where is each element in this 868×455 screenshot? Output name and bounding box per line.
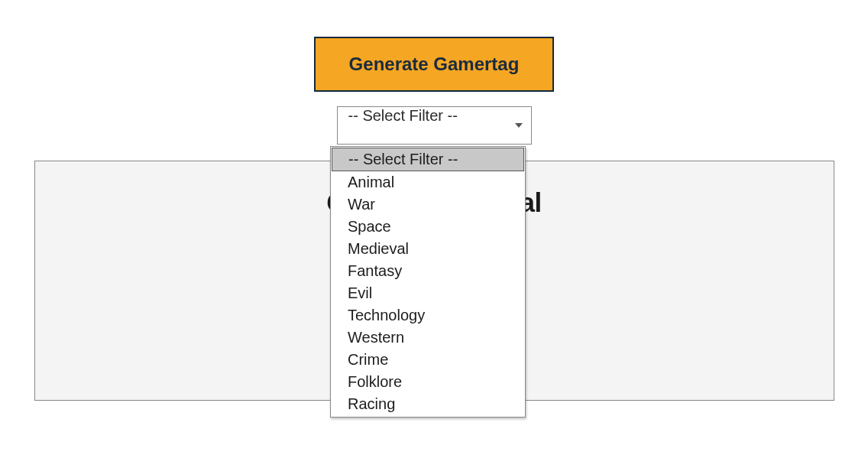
filter-option[interactable]: Animal — [331, 171, 525, 193]
filter-option[interactable]: Folklore — [331, 371, 525, 393]
filter-select-wrapper: -- Select Filter -- — [337, 106, 532, 145]
filter-option[interactable]: -- Select Filter -- — [332, 148, 524, 171]
filter-option[interactable]: Evil — [331, 282, 525, 304]
filter-select[interactable]: -- Select Filter -- — [337, 106, 532, 145]
filter-option[interactable]: Space — [331, 216, 525, 238]
filter-option[interactable]: Racing — [331, 393, 525, 415]
filter-option[interactable]: Fantasy — [331, 260, 525, 282]
filter-option[interactable]: Crime — [331, 349, 525, 371]
filter-option[interactable]: Technology — [331, 304, 525, 327]
filter-option[interactable]: War — [331, 193, 525, 216]
filter-option[interactable]: Medieval — [331, 238, 525, 260]
filter-dropdown-list[interactable]: -- Select Filter --AnimalWarSpaceMedieva… — [330, 146, 526, 418]
generate-gamertag-button[interactable]: Generate Gamertag — [314, 37, 555, 92]
filter-option[interactable]: Western — [331, 327, 525, 349]
